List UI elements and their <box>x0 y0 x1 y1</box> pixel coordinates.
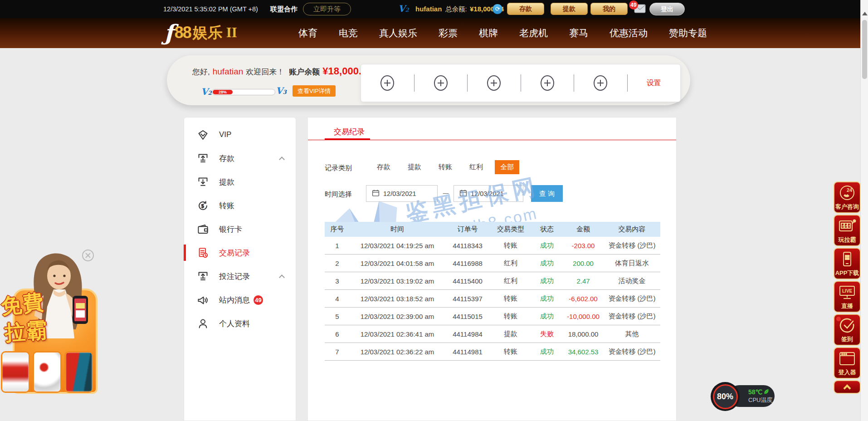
cell-seq: 4 <box>325 295 350 303</box>
sidebar-item-withdraw[interactable]: 提款 <box>184 170 296 194</box>
nav-item[interactable]: 体育 <box>298 27 317 39</box>
quick-add-slot-5[interactable] <box>574 74 628 92</box>
cell-type: 转账 <box>490 348 531 356</box>
prize-thumbnail-ball[interactable] <box>33 351 62 393</box>
cpu-temp-value: 58℃ <box>748 388 762 396</box>
vip-sub: 2 <box>405 7 409 13</box>
vip-detail-button[interactable]: 查看VIP详情 <box>293 85 336 97</box>
prize-thumbnail-jersey[interactable] <box>1 351 30 393</box>
nav-item[interactable]: 彩票 <box>439 27 458 39</box>
svg-text:$: $ <box>201 203 205 209</box>
nav-item[interactable]: 真人娱乐 <box>379 27 417 39</box>
svg-text:24: 24 <box>847 187 853 193</box>
quick-add-slot-3[interactable] <box>468 74 521 92</box>
filter-option[interactable]: 全部 <box>495 160 519 174</box>
sidebar-item-transaction-records[interactable]: 交易记录 <box>184 241 296 264</box>
chevron-up-icon <box>844 384 851 392</box>
filter-option[interactable]: 提款 <box>402 160 427 174</box>
cell-type: 转账 <box>490 294 531 303</box>
table-header-row: 序号 时间 订单号 交易类型 状态 金额 交易内容 <box>325 222 660 237</box>
logo-roman: II <box>226 24 237 41</box>
floating-sidebar: 24 客户咨询 777 玩拉霸 APP下载 LIVE 直播 签到 登入器 <box>834 181 861 394</box>
cell-order-no: 44116988 <box>445 259 490 267</box>
nav-item[interactable]: 赞助专题 <box>669 27 707 39</box>
filter-option[interactable]: 转账 <box>433 160 458 174</box>
plus-circle-icon <box>594 75 607 91</box>
filter-option[interactable]: 红利 <box>464 160 488 174</box>
alliance-link[interactable]: 联盟合作 <box>270 0 297 18</box>
sidebar-item-deposit[interactable]: 存款 <box>184 147 296 170</box>
time-select-label: 时间选择 <box>325 190 352 199</box>
scroll-up-arrow[interactable] <box>862 12 868 15</box>
message-count-badge: 49 <box>254 295 263 305</box>
sidebar-item-bank-card[interactable]: 银行卡 <box>184 217 296 241</box>
logo-88: 88 <box>175 23 191 42</box>
customer-service-button[interactable]: 24 客户咨询 <box>834 181 861 213</box>
settings-label: 设置 <box>647 78 661 88</box>
nav-item[interactable]: 老虎机 <box>519 27 548 39</box>
col-header: 交易内容 <box>604 225 660 234</box>
quick-settings[interactable]: 设置 <box>628 74 681 92</box>
check-in-button[interactable]: 签到 <box>834 314 861 346</box>
site-logo[interactable]: ƒ 88 娱乐 II <box>164 21 237 44</box>
tab-transaction-records[interactable]: 交易纪录 <box>334 127 365 137</box>
cpu-temperature: 58℃ <box>748 388 775 396</box>
vip-letter: V <box>398 3 405 14</box>
sidebar-item-profile[interactable]: 个人资料 <box>184 312 296 335</box>
cell-order-no: 44114984 <box>445 330 490 338</box>
sidebar-item-transfer[interactable]: $ 转账 <box>184 194 296 217</box>
svg-text:7: 7 <box>848 224 850 228</box>
sidebar-item-messages[interactable]: 站内消息 49 <box>184 288 296 312</box>
cell-content: 体育日返水 <box>604 259 660 268</box>
promo-banner[interactable]: 免費 拉霸 <box>0 249 98 396</box>
cell-time: 12/03/2021 02:36:22 am <box>350 348 445 356</box>
cell-seq: 2 <box>325 259 350 267</box>
table-row: 2 12/03/2021 04:01:58 am 44116988 红利 成功 … <box>325 255 660 272</box>
nav-item[interactable]: 赛马 <box>569 27 588 39</box>
cell-content: 资金转移 (沙巴) <box>604 348 660 356</box>
sidebar-item-vip[interactable]: VIP <box>184 123 296 147</box>
cell-status: 成功 <box>531 348 563 356</box>
cell-type: 红利 <box>490 259 531 268</box>
transactions-table: 序号 时间 订单号 交易类型 状态 金额 交易内容 1 12/03/2021 0… <box>325 222 660 361</box>
launcher-button[interactable]: 登入器 <box>834 347 861 379</box>
nav-item[interactable]: 优惠活动 <box>610 27 648 39</box>
cell-seq: 6 <box>325 330 350 338</box>
promo-close-icon[interactable] <box>82 250 94 261</box>
withdraw-button[interactable]: 提款 <box>551 3 588 15</box>
mine-button[interactable]: 我的 <box>590 3 628 15</box>
welcome-line: 您好, hufatian 欢迎回来！ 账户余额 ¥18,000.24 ⟳ <box>192 65 382 77</box>
scrollbar-thumb[interactable] <box>862 20 867 79</box>
filter-option[interactable]: 存款 <box>371 160 396 174</box>
logout-button[interactable]: 登出 <box>649 3 685 15</box>
cell-time: 12/03/2021 04:19:25 am <box>350 242 445 250</box>
col-header: 交易类型 <box>490 225 531 234</box>
sidebar-item-label: 提款 <box>219 177 234 187</box>
upgrade-button[interactable]: 立即升等 <box>303 3 351 15</box>
cell-content: 资金转移 (沙巴) <box>604 241 660 250</box>
cell-type: 红利 <box>490 277 531 285</box>
quick-add-slot-1[interactable] <box>361 74 414 92</box>
quick-add-slot-2[interactable] <box>414 74 468 92</box>
page-scrollbar[interactable] <box>860 0 868 421</box>
nav-item[interactable]: 电竞 <box>339 27 358 39</box>
deposit-button[interactable]: 存款 <box>507 3 544 15</box>
slot-play-button[interactable]: 777 玩拉霸 <box>834 215 861 246</box>
logo-f-glyph: ƒ <box>164 21 174 44</box>
query-button[interactable]: 查 询 <box>531 185 563 202</box>
date-to-input[interactable]: 12/03/2021 <box>454 185 523 202</box>
date-from-value: 12/03/2021 <box>383 190 416 197</box>
sidebar-item-bet-records[interactable]: 投注记录 <box>184 264 296 288</box>
cell-status: 失败 <box>531 330 563 338</box>
app-download-button[interactable]: APP下载 <box>834 248 861 279</box>
live-stream-button[interactable]: LIVE 直播 <box>834 281 861 313</box>
nav-item[interactable]: 棋牌 <box>479 27 498 39</box>
chevron-up-icon <box>279 157 285 162</box>
prize-thumbnail-phone[interactable] <box>64 351 93 393</box>
date-from-input[interactable]: 12/03/2021 <box>366 185 438 202</box>
collapse-button[interactable] <box>834 380 861 394</box>
cell-time: 12/03/2021 03:18:52 am <box>350 295 445 303</box>
plus-circle-icon <box>487 75 501 91</box>
refresh-balance-icon[interactable]: ⟳ <box>493 4 502 14</box>
quick-add-slot-4[interactable] <box>521 74 575 92</box>
